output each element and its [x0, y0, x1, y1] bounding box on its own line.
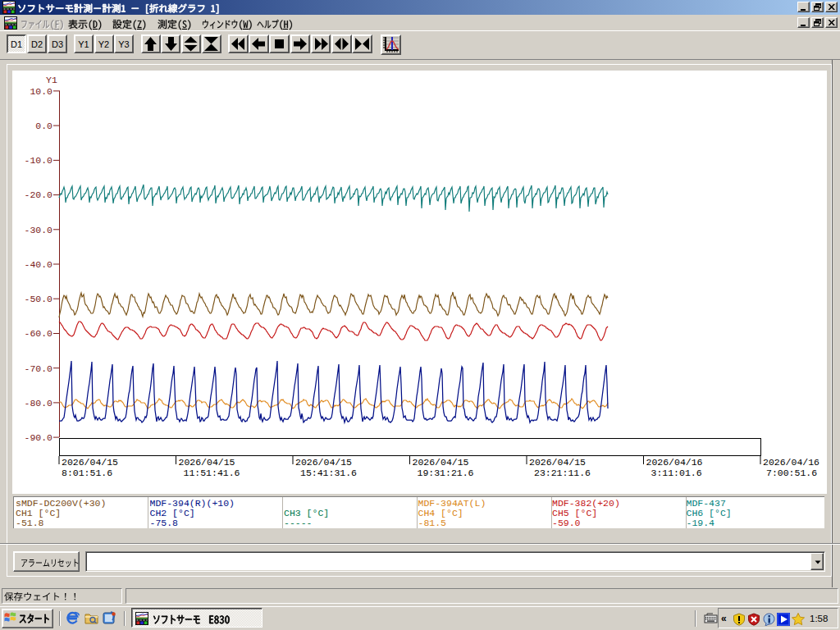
svg-text:23:21:11.6: 23:21:11.6	[534, 468, 591, 478]
svg-text:-10.0: -10.0	[24, 155, 52, 166]
svg-text:-20.0: -20.0	[24, 189, 52, 200]
svg-text:15:41:31.6: 15:41:31.6	[300, 468, 357, 478]
svg-text:2026/04/16: 2026/04/16	[646, 457, 703, 468]
svg-text:-60.0: -60.0	[24, 328, 52, 339]
svg-text:-50.0: -50.0	[24, 294, 52, 304]
svg-text:2026/04/15: 2026/04/15	[413, 457, 469, 468]
svg-text:10.0: 10.0	[30, 86, 52, 97]
svg-text:2026/04/15: 2026/04/15	[529, 457, 586, 468]
svg-text:-80.0: -80.0	[24, 398, 52, 409]
svg-text:-30.0: -30.0	[24, 225, 52, 235]
svg-text:3:11:01.6: 3:11:01.6	[651, 468, 702, 478]
svg-text:2026/04/16: 2026/04/16	[763, 457, 819, 468]
svg-text:8:01:51.6: 8:01:51.6	[62, 468, 112, 478]
svg-text:2026/04/15: 2026/04/15	[295, 457, 352, 468]
svg-text:19:31:21.6: 19:31:21.6	[418, 468, 474, 478]
svg-text:7:00:51.6: 7:00:51.6	[766, 468, 817, 478]
svg-text:Y1: Y1	[46, 75, 57, 85]
svg-text:-90.0: -90.0	[24, 432, 52, 443]
svg-text:2026/04/15: 2026/04/15	[179, 457, 235, 468]
svg-text:0.0: 0.0	[35, 121, 52, 131]
svg-text:-40.0: -40.0	[24, 259, 52, 270]
svg-text:-70.0: -70.0	[24, 363, 52, 374]
svg-text:2026/04/15: 2026/04/15	[62, 457, 118, 468]
svg-text:11:51:41.6: 11:51:41.6	[184, 468, 240, 478]
